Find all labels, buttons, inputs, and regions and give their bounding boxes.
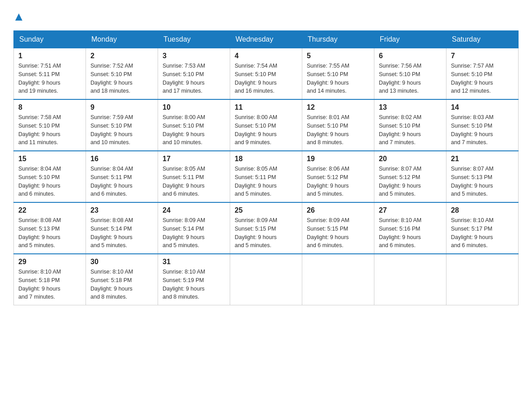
calendar-cell: 12Sunrise: 8:01 AMSunset: 5:10 PMDayligh… [302, 99, 374, 151]
calendar-cell: 17Sunrise: 8:05 AMSunset: 5:11 PMDayligh… [158, 151, 230, 202]
calendar-cell: 6Sunrise: 7:56 AMSunset: 5:10 PMDaylight… [374, 48, 446, 100]
day-number: 27 [379, 206, 442, 214]
day-info: Sunrise: 8:05 AMSunset: 5:11 PMDaylight:… [163, 165, 225, 198]
calendar-cell: 1Sunrise: 7:51 AMSunset: 5:11 PMDaylight… [14, 48, 86, 100]
calendar-header-row: SundayMondayTuesdayWednesdayThursdayFrid… [14, 31, 519, 48]
calendar-cell [374, 254, 446, 305]
day-info: Sunrise: 8:04 AMSunset: 5:11 PMDaylight:… [90, 165, 153, 198]
calendar-cell: 20Sunrise: 8:07 AMSunset: 5:12 PMDayligh… [374, 151, 446, 202]
day-info: Sunrise: 7:57 AMSunset: 5:10 PMDaylight:… [451, 62, 514, 95]
calendar-cell: 16Sunrise: 8:04 AMSunset: 5:11 PMDayligh… [86, 151, 158, 202]
calendar-cell: 31Sunrise: 8:10 AMSunset: 5:19 PMDayligh… [158, 254, 230, 305]
day-info: Sunrise: 8:06 AMSunset: 5:12 PMDaylight:… [307, 165, 369, 198]
day-info: Sunrise: 7:54 AMSunset: 5:10 PMDaylight:… [235, 62, 297, 95]
day-number: 30 [90, 258, 153, 266]
day-info: Sunrise: 7:52 AMSunset: 5:10 PMDaylight:… [90, 62, 153, 95]
calendar-header-thursday: Thursday [302, 31, 374, 48]
day-number: 5 [307, 52, 369, 60]
day-info: Sunrise: 8:00 AMSunset: 5:10 PMDaylight:… [163, 113, 225, 147]
calendar-week-row: 15Sunrise: 8:04 AMSunset: 5:10 PMDayligh… [14, 151, 519, 202]
day-info: Sunrise: 8:07 AMSunset: 5:12 PMDaylight:… [379, 165, 442, 198]
day-info: Sunrise: 8:09 AMSunset: 5:15 PMDaylight:… [307, 216, 369, 250]
calendar-week-row: 1Sunrise: 7:51 AMSunset: 5:11 PMDaylight… [14, 48, 519, 100]
day-info: Sunrise: 8:09 AMSunset: 5:14 PMDaylight:… [163, 216, 225, 250]
svg-marker-0 [15, 13, 22, 21]
day-info: Sunrise: 8:10 AMSunset: 5:17 PMDaylight:… [451, 216, 514, 250]
calendar-cell: 30Sunrise: 8:10 AMSunset: 5:18 PMDayligh… [86, 254, 158, 305]
calendar-cell: 10Sunrise: 8:00 AMSunset: 5:10 PMDayligh… [158, 99, 230, 151]
calendar-header-sunday: Sunday [14, 31, 86, 48]
calendar-header-monday: Monday [86, 31, 158, 48]
day-number: 20 [379, 155, 442, 163]
calendar-cell: 21Sunrise: 8:07 AMSunset: 5:13 PMDayligh… [446, 151, 519, 202]
day-number: 12 [307, 103, 369, 111]
calendar-header-friday: Friday [374, 31, 446, 48]
calendar-cell: 2Sunrise: 7:52 AMSunset: 5:10 PMDaylight… [86, 48, 158, 100]
calendar-cell: 24Sunrise: 8:09 AMSunset: 5:14 PMDayligh… [158, 202, 230, 254]
day-number: 23 [90, 206, 153, 214]
day-info: Sunrise: 8:01 AMSunset: 5:10 PMDaylight:… [307, 113, 369, 147]
calendar-cell: 5Sunrise: 7:55 AMSunset: 5:10 PMDaylight… [302, 48, 374, 100]
day-info: Sunrise: 8:08 AMSunset: 5:13 PMDaylight:… [18, 216, 81, 250]
day-info: Sunrise: 7:55 AMSunset: 5:10 PMDaylight:… [307, 62, 369, 95]
day-info: Sunrise: 8:10 AMSunset: 5:18 PMDaylight:… [18, 268, 81, 301]
calendar-cell: 9Sunrise: 7:59 AMSunset: 5:10 PMDaylight… [86, 99, 158, 151]
day-info: Sunrise: 7:58 AMSunset: 5:10 PMDaylight:… [18, 113, 81, 147]
day-number: 7 [451, 52, 514, 60]
calendar-cell: 22Sunrise: 8:08 AMSunset: 5:13 PMDayligh… [14, 202, 86, 254]
day-number: 10 [163, 103, 225, 111]
day-info: Sunrise: 8:10 AMSunset: 5:16 PMDaylight:… [379, 216, 442, 250]
calendar-cell: 25Sunrise: 8:09 AMSunset: 5:15 PMDayligh… [230, 202, 302, 254]
calendar-week-row: 29Sunrise: 8:10 AMSunset: 5:18 PMDayligh… [14, 254, 519, 305]
calendar-header-saturday: Saturday [446, 31, 519, 48]
day-number: 19 [307, 155, 369, 163]
day-info: Sunrise: 8:08 AMSunset: 5:14 PMDaylight:… [90, 216, 153, 250]
day-info: Sunrise: 7:59 AMSunset: 5:10 PMDaylight:… [90, 113, 153, 147]
day-number: 26 [307, 206, 369, 214]
day-number: 4 [235, 52, 297, 60]
calendar-cell: 14Sunrise: 8:03 AMSunset: 5:10 PMDayligh… [446, 99, 519, 151]
day-info: Sunrise: 8:05 AMSunset: 5:11 PMDaylight:… [235, 165, 297, 198]
day-number: 17 [163, 155, 225, 163]
day-info: Sunrise: 8:09 AMSunset: 5:15 PMDaylight:… [235, 216, 297, 250]
calendar-cell: 11Sunrise: 8:00 AMSunset: 5:10 PMDayligh… [230, 99, 302, 151]
day-number: 22 [18, 206, 81, 214]
day-info: Sunrise: 8:03 AMSunset: 5:10 PMDaylight:… [451, 113, 514, 147]
day-number: 8 [18, 103, 81, 111]
calendar-header-tuesday: Tuesday [158, 31, 230, 48]
calendar-cell: 26Sunrise: 8:09 AMSunset: 5:15 PMDayligh… [302, 202, 374, 254]
calendar-cell: 8Sunrise: 7:58 AMSunset: 5:10 PMDaylight… [14, 99, 86, 151]
calendar-cell [302, 254, 374, 305]
calendar-cell: 18Sunrise: 8:05 AMSunset: 5:11 PMDayligh… [230, 151, 302, 202]
day-number: 14 [451, 103, 514, 111]
day-info: Sunrise: 8:04 AMSunset: 5:10 PMDaylight:… [18, 165, 81, 198]
calendar-cell: 13Sunrise: 8:02 AMSunset: 5:10 PMDayligh… [374, 99, 446, 151]
calendar-header-wednesday: Wednesday [230, 31, 302, 48]
calendar-cell: 19Sunrise: 8:06 AMSunset: 5:12 PMDayligh… [302, 151, 374, 202]
day-number: 16 [90, 155, 153, 163]
day-info: Sunrise: 7:56 AMSunset: 5:10 PMDaylight:… [379, 62, 442, 95]
day-number: 31 [163, 258, 225, 266]
day-number: 29 [18, 258, 81, 266]
calendar-cell: 23Sunrise: 8:08 AMSunset: 5:14 PMDayligh… [86, 202, 158, 254]
day-info: Sunrise: 7:53 AMSunset: 5:10 PMDaylight:… [163, 62, 225, 95]
calendar-cell [230, 254, 302, 305]
day-info: Sunrise: 7:51 AMSunset: 5:11 PMDaylight:… [18, 62, 81, 95]
day-number: 3 [163, 52, 225, 60]
day-info: Sunrise: 8:00 AMSunset: 5:10 PMDaylight:… [235, 113, 297, 147]
calendar-cell: 4Sunrise: 7:54 AMSunset: 5:10 PMDaylight… [230, 48, 302, 100]
logo-triangle-icon [14, 13, 23, 21]
day-number: 21 [451, 155, 514, 163]
day-info: Sunrise: 8:07 AMSunset: 5:13 PMDaylight:… [451, 165, 514, 198]
day-number: 24 [163, 206, 225, 214]
day-info: Sunrise: 8:10 AMSunset: 5:18 PMDaylight:… [90, 268, 153, 301]
day-number: 11 [235, 103, 297, 111]
day-number: 15 [18, 155, 81, 163]
day-number: 18 [235, 155, 297, 163]
day-info: Sunrise: 8:02 AMSunset: 5:10 PMDaylight:… [379, 113, 442, 147]
calendar-week-row: 8Sunrise: 7:58 AMSunset: 5:10 PMDaylight… [14, 99, 519, 151]
page-header [13, 9, 519, 23]
day-number: 2 [90, 52, 153, 60]
calendar-cell: 27Sunrise: 8:10 AMSunset: 5:16 PMDayligh… [374, 202, 446, 254]
calendar-cell: 3Sunrise: 7:53 AMSunset: 5:10 PMDaylight… [158, 48, 230, 100]
